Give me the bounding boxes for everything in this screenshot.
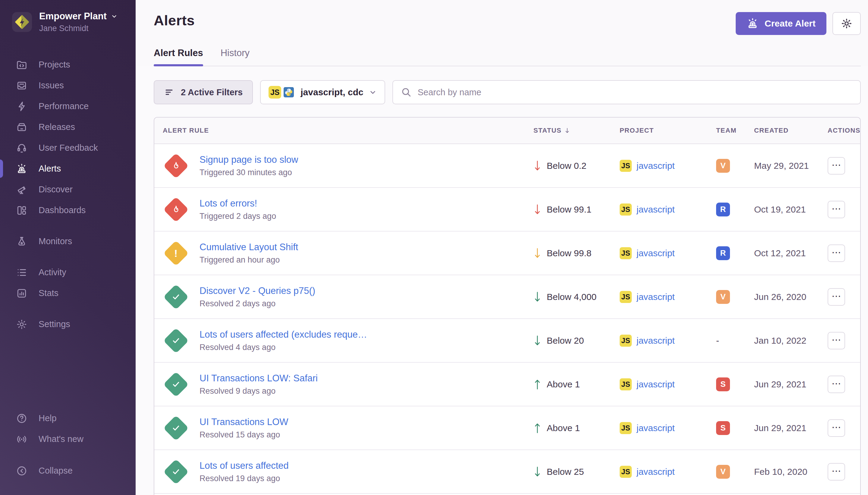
alert-rule-title[interactable]: Cumulative Layout Shift xyxy=(199,242,298,253)
flame-icon xyxy=(171,205,181,214)
project-cell: JS javascript xyxy=(620,204,716,216)
row-actions-button[interactable]: ⋯ xyxy=(828,376,845,393)
status-arrow-icon xyxy=(534,466,541,478)
status-label: Below 25 xyxy=(547,467,584,477)
project-link[interactable]: javascript xyxy=(637,467,675,477)
table-row: Signup page is too slow Triggered 30 min… xyxy=(154,144,860,188)
sidebar-item-help[interactable]: Help xyxy=(0,408,136,429)
javascript-platform-icon project-js-badge: JS xyxy=(620,335,632,347)
flame-icon xyxy=(171,161,181,171)
project-link[interactable]: javascript xyxy=(637,248,675,258)
project-cell: JS javascript xyxy=(620,466,716,478)
project-filter-dropdown[interactable]: JS javascript, cdc xyxy=(260,80,385,104)
javascript-platform-icon project-js-badge: JS xyxy=(620,160,632,172)
org-switcher[interactable]: Empower Plant Jane Schmidt xyxy=(0,8,136,36)
org-logo-icon xyxy=(12,12,32,32)
alert-rule-title[interactable]: Lots of users affected (excludes reque… xyxy=(199,329,367,340)
status-cell: Above 1 xyxy=(534,379,620,390)
status-cell: Below 99.1 xyxy=(534,204,620,215)
project-link[interactable]: javascript xyxy=(637,336,675,346)
team-cell: - xyxy=(716,334,749,347)
sidebar-footer: Help What's new Collapse xyxy=(0,408,136,481)
alert-rule-title[interactable]: Lots of errors! xyxy=(199,198,276,209)
status-label: Above 1 xyxy=(547,379,580,390)
sidebar-item-discover[interactable]: Discover xyxy=(0,179,136,200)
row-actions-button[interactable]: ⋯ xyxy=(828,201,845,218)
alert-status-diamond: ! xyxy=(163,240,189,266)
row-actions-button[interactable]: ⋯ xyxy=(828,157,845,174)
row-actions-button[interactable]: ⋯ xyxy=(828,419,845,437)
team-cell: V xyxy=(716,159,749,173)
status-arrow-icon xyxy=(534,335,541,346)
alert-status-diamond xyxy=(163,284,189,310)
alert-rule-subtitle: Triggered an hour ago xyxy=(199,255,298,265)
create-alert-button[interactable]: Create Alert xyxy=(736,12,827,35)
project-cell: JS javascript xyxy=(620,422,716,434)
sidebar-item-alerts[interactable]: Alerts xyxy=(0,158,136,179)
alert-severity-icon xyxy=(163,327,189,354)
alert-rule-subtitle: Triggered 2 days ago xyxy=(199,211,276,221)
project-link[interactable]: javascript xyxy=(637,423,675,433)
created-label: Jan 10, 2022 xyxy=(749,336,821,346)
alert-rules-table: Alert Rule Status Project Team Created A… xyxy=(154,117,861,495)
created-label: Oct 19, 2021 xyxy=(749,204,821,215)
status-cell: Above 1 xyxy=(534,422,620,434)
column-header-project: Project xyxy=(620,126,716,134)
app-window: Empower Plant Jane Schmidt Projects Issu… xyxy=(0,0,868,495)
status-label: Below 4,000 xyxy=(547,292,596,302)
column-header-status[interactable]: Status xyxy=(534,126,620,134)
siren-icon xyxy=(747,17,759,30)
sidebar-item-settings[interactable]: Settings xyxy=(0,314,136,335)
sidebar-item-projects[interactable]: Projects xyxy=(0,54,136,75)
project-link[interactable]: javascript xyxy=(637,292,675,302)
row-actions-button[interactable]: ⋯ xyxy=(828,332,845,349)
tab-alert-rules[interactable]: Alert Rules xyxy=(154,48,203,66)
sidebar-item-whats-new[interactable]: What's new xyxy=(0,429,136,449)
sidebar-item-releases[interactable]: Releases xyxy=(0,117,136,137)
alert-status-diamond xyxy=(163,459,189,484)
created-label: Oct 12, 2021 xyxy=(749,248,821,258)
project-filter-value: javascript, cdc xyxy=(300,87,363,97)
sidebar-item-monitors[interactable]: Monitors xyxy=(0,231,136,252)
page-title: Alerts xyxy=(154,12,195,29)
created-label: Jun 29, 2021 xyxy=(749,379,821,390)
check-icon xyxy=(171,336,181,345)
sidebar-item-collapse[interactable]: Collapse xyxy=(0,460,136,481)
page-header: Alerts Create Alert Alert Rules History xyxy=(136,0,868,66)
alert-status-diamond xyxy=(163,197,189,222)
sidebar-item-dashboards[interactable]: Dashboards xyxy=(0,200,136,221)
question-circle-icon xyxy=(16,412,28,425)
check-icon xyxy=(171,467,181,477)
project-link[interactable]: javascript xyxy=(637,379,675,390)
alert-rule-title[interactable]: Signup page is too slow xyxy=(199,154,298,165)
tab-history[interactable]: History xyxy=(221,48,249,66)
row-actions-button[interactable]: ⋯ xyxy=(828,463,845,480)
alert-settings-button[interactable] xyxy=(832,12,861,35)
status-label: Above 1 xyxy=(547,423,580,433)
javascript-platform-icon project-js-badge: JS xyxy=(620,291,632,303)
sidebar-item-issues[interactable]: Issues xyxy=(0,75,136,96)
active-indicator xyxy=(0,159,3,178)
alert-severity-icon xyxy=(163,415,189,441)
check-icon xyxy=(171,379,181,389)
alert-rule-title[interactable]: Lots of users affected xyxy=(199,460,289,471)
search-input[interactable] xyxy=(418,87,852,97)
team-cell: R xyxy=(716,203,749,217)
row-actions-button[interactable]: ⋯ xyxy=(828,288,845,306)
row-actions-button[interactable]: ⋯ xyxy=(828,244,845,262)
alert-status-diamond xyxy=(163,153,189,178)
team-badge: S xyxy=(716,377,730,391)
alert-rule-title[interactable]: Discover V2 - Queries p75() xyxy=(199,286,315,296)
alert-rule-title[interactable]: UI Transactions LOW: Safari xyxy=(199,373,318,384)
project-link[interactable]: javascript xyxy=(637,161,675,171)
alert-rule-title[interactable]: UI Transactions LOW xyxy=(199,416,289,427)
sidebar-item-user-feedback[interactable]: User Feedback xyxy=(0,137,136,158)
sidebar-item-performance[interactable]: Performance xyxy=(0,96,136,117)
sidebar-item-stats[interactable]: Stats xyxy=(0,283,136,304)
active-filters-button[interactable]: 2 Active Filters xyxy=(154,80,253,104)
sidebar-item-activity[interactable]: Activity xyxy=(0,262,136,283)
project-link[interactable]: javascript xyxy=(637,204,675,215)
filter-icon xyxy=(164,87,174,97)
team-badge: - xyxy=(716,334,749,347)
status-arrow-icon xyxy=(534,379,541,390)
